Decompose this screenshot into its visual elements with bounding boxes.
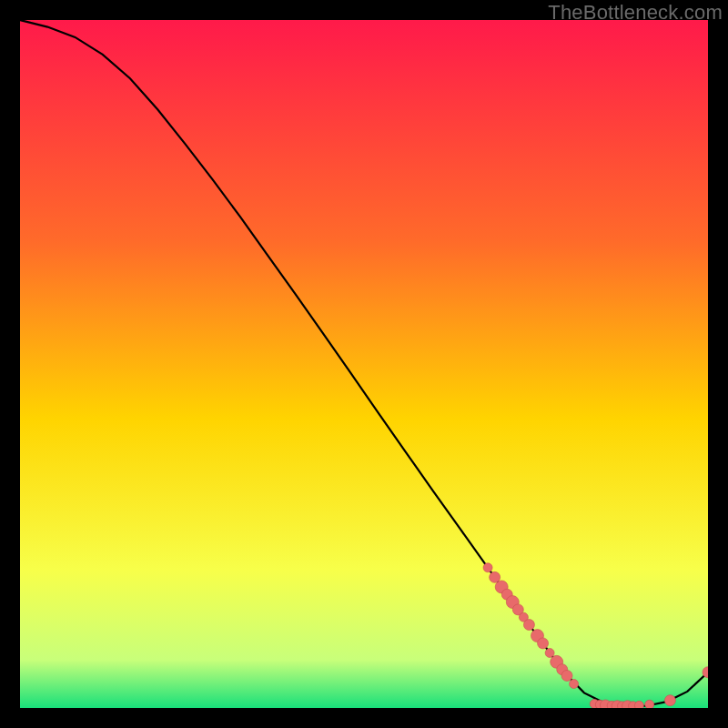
data-marker bbox=[483, 563, 492, 572]
data-marker bbox=[570, 680, 579, 689]
data-marker bbox=[664, 695, 675, 706]
data-marker bbox=[634, 701, 643, 708]
data-marker bbox=[523, 620, 534, 631]
chart-svg bbox=[20, 20, 708, 708]
plot-area bbox=[20, 20, 708, 708]
data-marker bbox=[561, 670, 572, 681]
chart-stage: TheBottleneck.com bbox=[0, 0, 728, 728]
data-marker bbox=[538, 638, 549, 649]
data-marker bbox=[545, 649, 554, 658]
gradient-background bbox=[20, 20, 708, 708]
data-marker bbox=[645, 700, 654, 708]
